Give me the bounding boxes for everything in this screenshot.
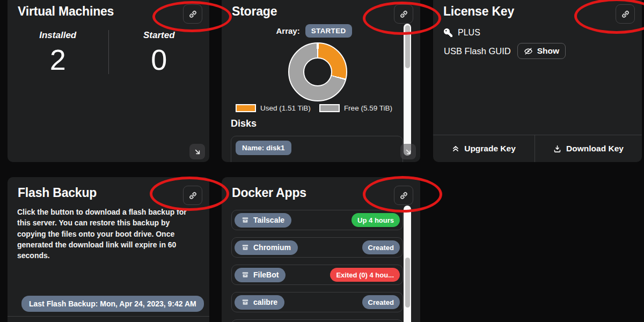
docker-app-name-badge[interactable]: Tailscale xyxy=(235,213,291,228)
key-icon xyxy=(444,28,452,37)
docker-app-status-badge: Created xyxy=(362,295,400,309)
upgrade-key-label: Upgrade Key xyxy=(464,144,516,153)
vm-started-value: 0 xyxy=(109,45,210,74)
docker-app-status-badge: Created xyxy=(362,240,400,254)
docker-app-name-badge[interactable]: FileBot xyxy=(235,268,286,282)
virtual-machines-card: Virtual Machines Installed 2 Started 0 xyxy=(8,0,209,162)
storage-scrollbar-thumb[interactable] xyxy=(405,25,410,68)
container-box-icon xyxy=(241,298,249,306)
docker-app-name: FileBot xyxy=(253,270,279,279)
guid-row: USB Flash GUID Show xyxy=(444,43,566,59)
docker-app-row-partial xyxy=(231,319,403,322)
license-footer: Upgrade Key Download Key xyxy=(433,135,642,162)
vm-started-label: Started xyxy=(109,30,210,41)
vm-installed-label: Installed xyxy=(8,30,108,41)
docker-scrollbar-thumb[interactable] xyxy=(405,258,410,308)
docker-app-row-calibre: calibre Created xyxy=(231,292,403,312)
container-box-icon xyxy=(241,271,249,279)
disks-heading: Disks xyxy=(231,118,257,129)
virtual-machines-link-button[interactable] xyxy=(183,4,202,24)
dashboard: Virtual Machines Installed 2 Started 0 S… xyxy=(0,0,644,322)
link-icon xyxy=(188,10,197,19)
flash-backup-description: Click the button to download a flash bac… xyxy=(17,207,197,261)
link-icon xyxy=(188,191,197,200)
docker-app-name: Chromium xyxy=(253,243,291,252)
container-box-icon xyxy=(241,216,249,224)
docker-app-name: calibre xyxy=(253,298,277,306)
docker-app-status-badge: Up 4 hours xyxy=(352,213,400,227)
vm-resize-handle[interactable] xyxy=(189,144,205,159)
virtual-machines-title: Virtual Machines xyxy=(18,4,114,19)
flash-backup-link-button[interactable] xyxy=(183,186,202,205)
vm-installed-value: 2 xyxy=(8,45,108,74)
used-swatch xyxy=(236,104,256,112)
flash-footer-divider xyxy=(8,316,209,317)
link-icon xyxy=(621,10,630,19)
link-icon xyxy=(399,191,408,200)
license-key-link-button[interactable] xyxy=(616,4,635,24)
license-tier-row: PLUS xyxy=(444,28,480,38)
flash-backup-card: Flash Backup Click the button to downloa… xyxy=(8,177,209,322)
storage-usage-donut-chart xyxy=(288,42,347,101)
docker-app-status-badge: Exited (0) 4 hou... xyxy=(330,268,400,282)
docker-app-row-chromium: Chromium Created xyxy=(231,237,403,258)
resize-arrow-icon xyxy=(404,148,413,156)
container-box-icon xyxy=(241,244,249,251)
download-icon xyxy=(553,145,561,153)
storage-chart-legend: Used (1.51 TiB) Free (5.59 TiB) xyxy=(222,104,406,112)
storage-card: Storage Array: STARTED Used (1.51 TiB) F… xyxy=(222,0,420,162)
docker-app-row-tailscale: Tailscale Up 4 hours xyxy=(231,210,403,230)
legend-free: Free (5.59 TiB) xyxy=(319,104,392,112)
docker-app-name-badge[interactable]: calibre xyxy=(235,295,284,310)
disk-name-badge: Name: disk1 xyxy=(236,141,291,155)
resize-arrow-icon xyxy=(193,148,202,156)
vm-started-stat: Started 0 xyxy=(109,30,210,74)
docker-apps-link-button[interactable] xyxy=(394,186,413,205)
docker-app-row-filebot: FileBot Exited (0) 4 hou... xyxy=(231,265,403,285)
license-tier-label: PLUS xyxy=(458,28,480,38)
show-guid-label: Show xyxy=(537,46,559,56)
upgrade-key-button[interactable]: Upgrade Key xyxy=(433,135,535,162)
eye-slash-icon xyxy=(524,47,533,56)
show-guid-button[interactable]: Show xyxy=(517,43,566,59)
last-flash-backup-badge: Last Flash Backup: Mon, Apr 24, 2023, 9:… xyxy=(21,296,204,312)
storage-resize-handle[interactable] xyxy=(400,144,416,159)
vm-installed-stat: Installed 2 xyxy=(8,30,108,74)
docker-app-name: Tailscale xyxy=(253,216,284,224)
array-status-row: Array: STARTED xyxy=(222,24,406,38)
download-key-label: Download Key xyxy=(566,144,624,153)
link-icon xyxy=(399,10,408,19)
array-label: Array: xyxy=(276,26,299,35)
angles-up-icon xyxy=(452,145,459,152)
storage-title: Storage xyxy=(232,4,277,19)
license-key-title: License Key xyxy=(443,4,514,19)
free-swatch xyxy=(319,104,340,112)
docker-scrollbar[interactable] xyxy=(404,206,411,322)
flash-backup-title: Flash Backup xyxy=(18,186,97,200)
storage-scrollbar[interactable] xyxy=(404,24,411,156)
array-status-badge: STARTED xyxy=(305,24,352,38)
license-key-card: License Key PLUS USB Flash GUID Show xyxy=(433,0,642,162)
docker-app-list: Tailscale Up 4 hours Chromium Created xyxy=(231,210,403,322)
download-key-button[interactable]: Download Key xyxy=(535,135,642,162)
guid-label: USB Flash GUID xyxy=(444,46,511,56)
docker-apps-card: Docker Apps Tailscale Up 4 hours xyxy=(222,177,420,322)
docker-app-name-badge[interactable]: Chromium xyxy=(235,240,298,255)
docker-apps-title: Docker Apps xyxy=(232,186,306,200)
disk-list-item: Name: disk1 xyxy=(231,136,403,162)
legend-used-label: Used (1.51 TiB) xyxy=(260,104,311,112)
legend-free-label: Free (5.59 TiB) xyxy=(344,104,392,112)
vm-stats: Installed 2 Started 0 xyxy=(8,30,209,74)
legend-used: Used (1.51 TiB) xyxy=(236,104,311,112)
storage-link-button[interactable] xyxy=(394,4,413,24)
